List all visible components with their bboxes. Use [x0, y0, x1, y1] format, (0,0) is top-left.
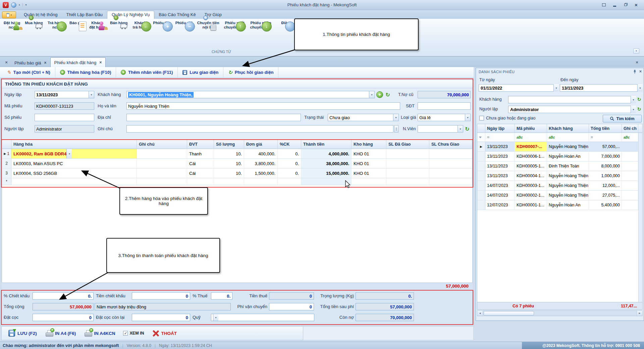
cell-undelivered[interactable] [429, 168, 472, 178]
chevron-down-icon[interactable]: ▾ [458, 125, 463, 133]
tab-close-right-icon[interactable]: × [633, 58, 641, 66]
filter-note[interactable]: aBc [622, 133, 638, 142]
cell-discount[interactable] [278, 178, 301, 185]
cell-product[interactable]: LK00002, Ram 8GB DDR4▾ [11, 149, 137, 158]
list-item[interactable]: 12/07/2023 KDH00001-1... Nguyễn Hoàn An … [477, 200, 642, 210]
cell-total[interactable]: 8,000,000 [589, 161, 622, 171]
new-row[interactable]: * [2, 178, 472, 185]
scroll-right-icon[interactable]: ► [637, 311, 642, 316]
ghi-chu-field[interactable] [126, 125, 393, 133]
cell-undelivered[interactable] [429, 178, 472, 185]
refresh-icon[interactable]: ↻ [636, 96, 642, 103]
cell-undelivered[interactable] [429, 149, 472, 158]
cell-warehouse[interactable]: KHO 01 [352, 149, 386, 158]
cell-warehouse[interactable] [352, 178, 386, 185]
ribbon-phieu-xuat-chuyen-kho[interactable]: ↑Phiếu xuất chuyển kho [222, 20, 248, 30]
cell-date[interactable]: 13/11/2023 [485, 142, 515, 151]
filter-funnel-icon[interactable] [477, 133, 485, 142]
cell-code[interactable]: KDH00003-1... [515, 181, 547, 190]
cell-unit[interactable]: Cái [187, 159, 214, 168]
chevron-down-icon[interactable]: ▾ [553, 84, 559, 92]
grid-header-don-gia[interactable]: Đơn giá [244, 140, 278, 149]
ribbon-bao-gia[interactable]: Báo giá [66, 20, 87, 26]
list-item[interactable]: 14/07/2023 KDH00003-1... Nguyễn Hoàng Th… [477, 181, 642, 191]
new-button[interactable]: ✎Tạo mới (Ctrl + N) [2, 67, 55, 78]
grid-header-sl-chua-giao[interactable]: SL Chưa Giao [429, 140, 472, 149]
cell-qty[interactable]: 10. [214, 149, 244, 158]
cell-date[interactable]: 13/11/2023 [485, 171, 515, 181]
filter-customer[interactable]: aBc [547, 133, 589, 142]
cell-note[interactable] [622, 200, 638, 210]
cell-customer[interactable]: Nguyễn Hoàng Thiện [547, 191, 589, 200]
ribbon-chuyen-tien-noi-bo[interactable]: ↻Chuyển tiền nội bộ [195, 20, 222, 30]
grid-header-thanh-tien[interactable]: Thành tiền [301, 140, 352, 149]
tab-phieu-khach-dat-hang[interactable]: Phiếu khách đặt hàng× [50, 57, 106, 67]
add-item-button[interactable]: +Thêm hàng hóa (F10) [55, 67, 116, 78]
tab-phieu-bao-gia[interactable]: Phiếu báo giá× [11, 58, 50, 67]
cell-total[interactable]: 1,000,000 [589, 171, 622, 181]
cell-code[interactable]: KDH00005-1... [515, 161, 547, 171]
row-selector[interactable]: 2 [2, 159, 11, 168]
close-button[interactable]: × [632, 2, 641, 8]
list-item[interactable]: 13/11/2023 KDH00006-1... Nguyễn Hoàn An … [477, 152, 642, 161]
cell-customer[interactable]: Nguyễn Hoàn An [547, 200, 589, 210]
tu-ngay-field[interactable]: 01/11/2022▾ [479, 84, 558, 92]
cell-note[interactable] [622, 152, 638, 161]
restore-layout-button[interactable]: ↻Phục hồi giao diện [223, 67, 278, 78]
note-spinner[interactable]: ▲▼ [394, 125, 398, 133]
cell-date[interactable]: 14/07/2023 [485, 181, 515, 190]
restore-button[interactable] [621, 2, 630, 8]
cell-unit[interactable]: Cái [187, 168, 214, 178]
chevron-down-icon[interactable]: ▾ [369, 91, 374, 98]
cell-delivered[interactable] [386, 149, 429, 158]
app-orb-icon[interactable] [11, 2, 16, 8]
menu-tab-bao-cao-thong-ke[interactable]: Báo Cáo Thống Kê [154, 11, 200, 19]
refresh-customer-icon[interactable]: ↻ [384, 91, 391, 98]
cell-note[interactable] [622, 181, 638, 190]
cell-date[interactable]: 12/07/2023 [485, 200, 515, 210]
grid-header-ck[interactable]: %CK [278, 140, 301, 149]
print-a4-button[interactable]: ?IN A4 (F6) [42, 329, 80, 338]
chevron-down-icon[interactable]: ▾ [465, 114, 470, 121]
cell-note[interactable] [622, 171, 638, 181]
grid-header-kho-hang[interactable]: Kho hàng [352, 140, 386, 149]
ho-va-ten-field[interactable]: Nguyễn Hoàng Thiện [126, 102, 400, 110]
cell-code[interactable]: KDH00002-1... [515, 191, 547, 200]
cell-qty[interactable]: 10. [214, 168, 244, 178]
cell-code[interactable]: KDH00006-1... [515, 152, 547, 161]
cell-warehouse[interactable]: KHO 01 [352, 168, 386, 178]
refresh-icon[interactable]: ↻ [636, 106, 642, 112]
close-icon[interactable]: × [99, 60, 102, 65]
ribbon-tra-hang-ncc[interactable]: →Trả hàng ncc [45, 20, 66, 30]
grid-header-so-luong[interactable]: Số lượng [214, 140, 244, 149]
cell-date[interactable]: 13/11/2023 [485, 161, 515, 171]
cell-total[interactable]: 57,000,... [589, 142, 622, 151]
chua-giao-checkbox[interactable] [479, 116, 484, 120]
cell-price[interactable]: 400,000. [244, 149, 278, 158]
refresh-employee-icon[interactable]: ↻ [464, 125, 471, 133]
filter-total[interactable]: = [589, 133, 622, 142]
cell-undelivered[interactable] [429, 159, 472, 168]
cell-qty[interactable] [214, 178, 244, 185]
n-vien-combo[interactable]: ▾ [418, 125, 463, 133]
cell-note[interactable] [137, 149, 187, 158]
grid-header-hang-hoa[interactable]: Hàng hóa [11, 140, 137, 149]
grid-header-dvt[interactable]: ĐVT [187, 140, 214, 149]
save-button[interactable]: LƯU (F2) [4, 329, 41, 338]
cell-total[interactable]: 5,400,000 [589, 200, 622, 210]
cell-total[interactable]: 27,075,... [589, 191, 622, 200]
chevron-down-icon[interactable]: ▾ [213, 314, 218, 321]
cell-price[interactable]: 1,500,000. [244, 168, 278, 178]
phi-van-chuyen-field[interactable]: 0 [269, 303, 314, 310]
close-icon[interactable]: × [44, 60, 47, 65]
cell-date[interactable]: 13/11/2023 [485, 152, 515, 161]
grid-header-sl-da-giao[interactable]: SL Đã Giao [386, 140, 429, 149]
chevron-down-icon[interactable]: ▾ [631, 96, 636, 103]
cell-customer[interactable]: Nguyễn Hoàng Thiện [547, 181, 589, 190]
loai-gia-combo[interactable]: Giá lẻ▾ [418, 114, 471, 121]
cell-product[interactable] [11, 178, 137, 185]
cell-product[interactable]: LK00004, SSD 256GB [11, 168, 137, 178]
print-a4kcn-button[interactable]: ?IN A4KCN [80, 329, 119, 338]
row-selector[interactable]: ▶1 [2, 149, 11, 158]
cell-date[interactable]: 14/07/2023 [485, 191, 515, 200]
